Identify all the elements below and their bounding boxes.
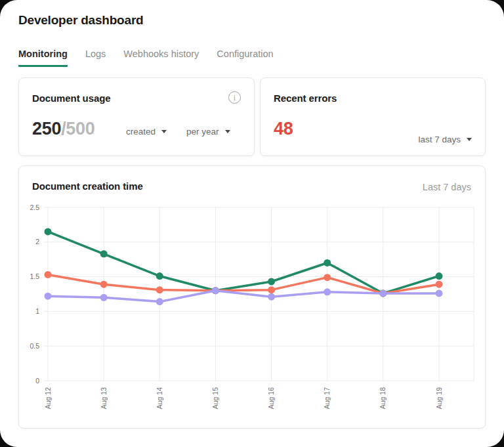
chart-point-documents-coral xyxy=(45,271,52,278)
chart-point-documents-green xyxy=(156,272,163,280)
tab-webhooks-history[interactable]: Webhooks history xyxy=(123,49,199,65)
document-usage-stat: 250/500 xyxy=(32,120,95,138)
period-filter-label: per year xyxy=(186,127,219,137)
chart-point-documents-purple xyxy=(268,293,275,301)
chart-point-documents-coral xyxy=(156,286,163,293)
chart-point-documents-green xyxy=(100,250,108,257)
y-axis-tick-label: 1 xyxy=(35,307,39,315)
document-usage-card: Document usage i 250/500 created per yea… xyxy=(18,77,255,156)
recent-errors-count: 48 xyxy=(274,120,293,138)
recent-errors-card: Recent errors 48 last 7 days xyxy=(260,77,486,156)
x-axis-tick-label: Aug 19 xyxy=(435,387,443,409)
chart-point-documents-purple xyxy=(436,289,443,297)
chart-point-documents-coral xyxy=(268,286,275,293)
line-chart: 00.511.522.5Aug 12Aug 13Aug 14Aug 15Aug … xyxy=(19,166,486,429)
errors-range-dropdown[interactable]: last 7 days xyxy=(418,135,472,144)
page-title: Developer dashboard xyxy=(18,13,143,28)
info-icon[interactable]: i xyxy=(228,91,241,104)
x-axis-tick-label: Aug 15 xyxy=(211,387,219,409)
y-axis-tick-label: 2 xyxy=(35,238,39,245)
x-axis-tick-label: Aug 13 xyxy=(100,387,108,409)
y-axis-tick-label: 1.5 xyxy=(30,272,39,280)
y-axis-tick-label: 0 xyxy=(35,377,39,385)
chart-point-documents-green xyxy=(268,278,275,285)
x-axis-tick-label: Aug 18 xyxy=(379,387,387,409)
chevron-down-icon xyxy=(467,138,472,141)
x-axis-tick-label: Aug 16 xyxy=(267,387,275,409)
chevron-down-icon xyxy=(161,130,167,133)
x-axis-tick-label: Aug 14 xyxy=(156,387,163,409)
x-axis-tick-label: Aug 12 xyxy=(44,387,52,409)
created-filter-dropdown[interactable]: created xyxy=(126,127,167,137)
chart-point-documents-purple xyxy=(100,294,108,301)
tab-monitoring[interactable]: Monitoring xyxy=(18,49,68,67)
x-axis-tick-label: Aug 17 xyxy=(323,387,331,409)
chart-point-documents-purple xyxy=(45,293,52,300)
developer-dashboard-page: Developer dashboard Monitoring Logs Webh… xyxy=(0,0,504,447)
chart-point-documents-green xyxy=(45,228,52,235)
y-axis-tick-label: 0.5 xyxy=(30,342,39,350)
period-filter-dropdown[interactable]: per year xyxy=(186,127,230,137)
chart-point-documents-coral xyxy=(324,274,331,281)
chart-point-documents-green xyxy=(324,259,331,266)
y-axis-tick-label: 2.5 xyxy=(30,203,39,211)
document-creation-time-card: Document creation time Last 7 days 00.51… xyxy=(18,165,486,429)
chart-point-documents-coral xyxy=(100,281,108,288)
errors-range-label: last 7 days xyxy=(418,135,461,144)
chevron-down-icon xyxy=(225,130,230,133)
tab-logs[interactable]: Logs xyxy=(85,49,106,65)
tab-configuration[interactable]: Configuration xyxy=(217,49,273,65)
chart-point-documents-purple xyxy=(324,288,331,295)
chart-point-documents-green xyxy=(436,272,443,280)
chart-point-documents-purple xyxy=(379,289,387,297)
chart-point-documents-coral xyxy=(436,281,443,288)
documents-used-count: 250 xyxy=(32,119,61,138)
tab-bar: Monitoring Logs Webhooks history Configu… xyxy=(18,49,274,67)
chart-point-documents-purple xyxy=(212,287,219,294)
recent-errors-title: Recent errors xyxy=(274,93,337,104)
created-filter-label: created xyxy=(126,127,156,137)
document-usage-title: Document usage xyxy=(32,93,110,104)
documents-limit-count: 500 xyxy=(66,119,94,138)
chart-point-documents-purple xyxy=(156,298,163,305)
